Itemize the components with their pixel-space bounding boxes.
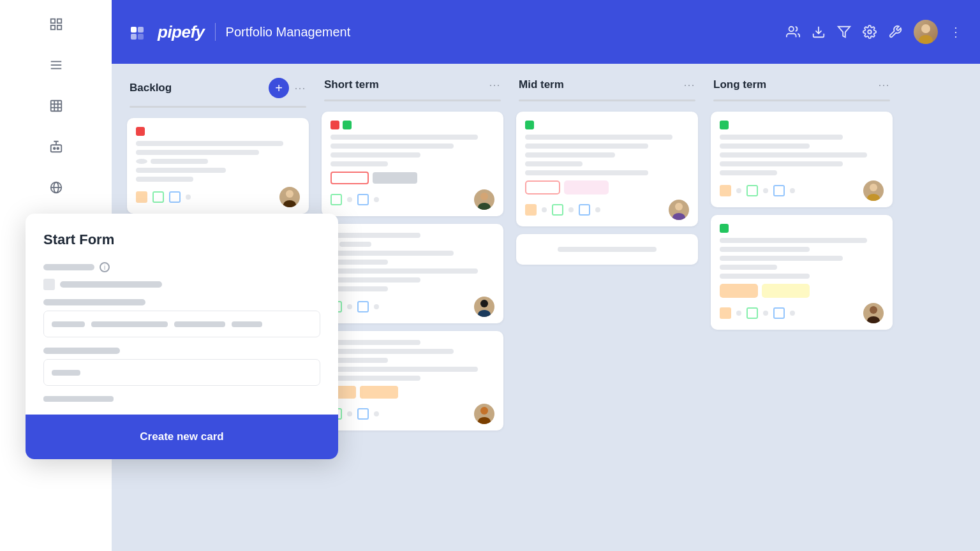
svg-rect-7 — [50, 101, 61, 112]
card-short-1[interactable] — [322, 112, 503, 216]
column-short-term-more[interactable]: ⋯ — [489, 78, 501, 92]
card-dot — [347, 411, 352, 416]
card-footer-icon — [720, 307, 731, 319]
card-line — [136, 168, 226, 173]
svg-point-35 — [478, 417, 491, 424]
card-short-1-lines — [330, 135, 494, 166]
svg-point-39 — [867, 194, 880, 201]
form-input-2-group — [43, 359, 320, 386]
header-actions: ⋮ — [786, 0, 962, 64]
svg-point-33 — [478, 310, 491, 317]
card-line — [330, 143, 454, 149]
card-footer-icon — [773, 185, 785, 196]
user-avatar[interactable] — [914, 20, 938, 44]
users-action-icon[interactable] — [786, 25, 800, 39]
card-line-group — [330, 242, 494, 247]
card-mid-1-tags — [525, 121, 689, 129]
card-footer-icon — [746, 185, 758, 196]
svg-point-28 — [286, 190, 293, 198]
sidebar-icon-table[interactable] — [45, 94, 68, 117]
header: pipefy Portfolio Management — [112, 0, 980, 64]
card-long-2[interactable] — [711, 215, 893, 330]
svg-point-29 — [283, 200, 296, 207]
wrench-action-icon[interactable] — [888, 25, 902, 39]
tag-red — [330, 121, 339, 129]
card-long-1-footer — [720, 180, 884, 201]
form-more-options — [43, 396, 114, 402]
sidebar-icon-grid[interactable] — [45, 13, 68, 36]
badge-pink — [564, 180, 609, 195]
card-mid-1-badges — [525, 180, 689, 195]
card-short-3-badges — [330, 386, 494, 399]
svg-rect-12 — [50, 145, 61, 152]
card-long-2-badges — [720, 284, 884, 298]
column-long-term-more[interactable]: ⋯ — [878, 78, 890, 92]
card-line — [720, 170, 777, 175]
card-mid-loading — [516, 234, 698, 265]
card-line — [525, 152, 615, 158]
settings-action-icon[interactable] — [863, 25, 877, 39]
more-options-icon[interactable]: ⋮ — [949, 24, 962, 40]
import-action-icon[interactable] — [812, 25, 826, 39]
svg-point-37 — [672, 213, 685, 220]
badge-yellow — [762, 284, 810, 298]
card-backlog-1-footer — [136, 187, 300, 207]
form-input-1[interactable] — [43, 311, 320, 337]
card-short-3[interactable] — [322, 331, 503, 430]
card-line — [330, 251, 454, 256]
card-line — [330, 277, 420, 283]
app-name: pipefy — [158, 22, 205, 42]
card-mid-1-lines — [525, 135, 689, 175]
card-long-1[interactable] — [711, 112, 893, 207]
form-attachment-row — [43, 279, 320, 290]
card-line — [720, 256, 843, 261]
page-title: Portfolio Management — [226, 25, 351, 40]
card-footer-icon — [330, 194, 342, 205]
column-mid-term-more[interactable]: ⋯ — [683, 78, 695, 92]
header-divider — [215, 23, 216, 41]
card-avatar — [863, 303, 884, 323]
sidebar-icon-bot[interactable] — [45, 135, 68, 158]
column-backlog-add-btn[interactable]: + — [269, 78, 289, 98]
card-footer-icon — [357, 194, 369, 205]
input-placeholder-segments — [52, 321, 262, 327]
tag-red — [136, 127, 145, 136]
svg-point-14 — [57, 147, 59, 149]
form-label-line — [43, 299, 145, 305]
column-long-term-line — [713, 99, 890, 101]
card-short-2[interactable] — [322, 224, 503, 323]
card-footer-icon — [525, 204, 537, 216]
svg-marker-24 — [838, 27, 850, 38]
card-dot — [374, 197, 379, 202]
sidebar-icon-list[interactable] — [45, 54, 68, 77]
card-line — [525, 135, 672, 140]
card-short-2-lines — [330, 233, 494, 291]
tag-green — [720, 121, 729, 129]
card-line — [720, 152, 867, 158]
svg-point-22 — [789, 27, 794, 31]
card-line — [136, 141, 283, 146]
column-backlog-more[interactable]: ⋯ — [294, 81, 306, 95]
card-backlog-1[interactable] — [127, 118, 309, 214]
card-line — [720, 265, 777, 270]
sidebar-icon-globe[interactable] — [45, 176, 68, 199]
column-short-term-line — [324, 99, 501, 101]
card-line — [330, 286, 388, 291]
card-long-2-tags — [720, 224, 884, 233]
card-dot — [736, 311, 741, 316]
svg-point-26 — [921, 24, 930, 33]
column-mid-term-header: Mid term ⋯ — [516, 78, 698, 92]
svg-rect-18 — [131, 27, 137, 33]
card-line — [330, 161, 388, 166]
input-seg — [232, 321, 262, 327]
filter-action-icon[interactable] — [837, 25, 851, 39]
card-mid-1[interactable] — [516, 112, 698, 226]
form-input-2[interactable] — [43, 359, 320, 386]
card-long-1-tags — [720, 121, 884, 129]
column-backlog-title: Backlog — [130, 82, 264, 94]
card-dot — [790, 311, 795, 316]
form-field-1-label-row: i — [43, 262, 320, 272]
card-avatar — [669, 200, 689, 220]
column-mid-term: Mid term ⋯ — [516, 78, 698, 537]
create-card-button[interactable]: Create new card — [26, 415, 338, 459]
